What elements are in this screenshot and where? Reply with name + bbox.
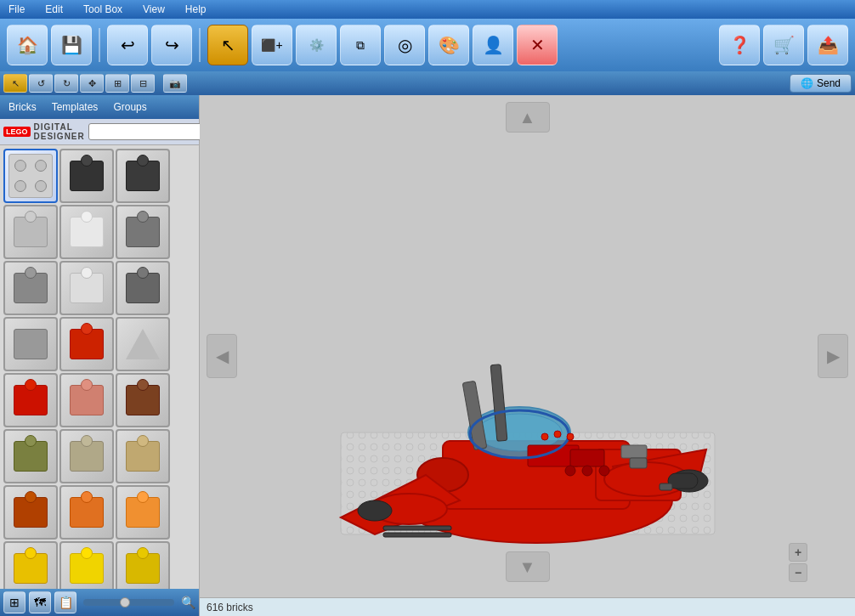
brick-item[interactable] — [3, 541, 58, 589]
search-input[interactable] — [88, 123, 214, 140]
bottom-bar: ⊞ 🗺 📋 🔍 — [0, 589, 199, 616]
brick-item[interactable] — [59, 205, 114, 259]
zoom-out-button[interactable]: − — [789, 563, 807, 582]
select-mode-button[interactable]: ↖ — [3, 74, 27, 93]
menu-bar: File Edit Tool Box View Help — [0, 0, 855, 19]
menu-view[interactable]: View — [138, 2, 170, 17]
toolbar-second: ↖ ↺ ↻ ✥ ⊞ ⊟ 📷 🌐 Send — [0, 71, 855, 95]
svg-point-22 — [582, 466, 592, 476]
brick-item[interactable] — [116, 261, 170, 315]
nav-left-button[interactable]: ◀ — [207, 334, 237, 378]
tab-templates[interactable]: Templates — [47, 99, 104, 115]
clone-button[interactable]: ⧉ — [340, 25, 381, 65]
svg-rect-17 — [383, 526, 451, 530]
brick-item[interactable] — [59, 317, 114, 371]
nav-right-button[interactable]: ▶ — [818, 334, 848, 378]
left-tabs: Bricks Templates Groups — [0, 95, 199, 119]
menu-edit[interactable]: Edit — [40, 2, 68, 17]
help-right-button[interactable]: ❓ — [719, 25, 760, 65]
bricks-tab-label: Bricks — [8, 101, 37, 113]
toolbar-separator-1 — [99, 28, 100, 62]
up-arrow-icon: ▲ — [519, 108, 536, 127]
buy-button[interactable]: 🛒 — [763, 25, 804, 65]
brick-item[interactable] — [3, 429, 58, 483]
svg-point-29 — [567, 433, 574, 440]
main-area: Bricks Templates Groups LEGO DIGITAL DES… — [0, 95, 855, 616]
share-button[interactable]: 📤 — [807, 25, 848, 65]
map-button[interactable]: 🗺 — [29, 591, 51, 613]
model-svg — [273, 144, 783, 568]
brick-item[interactable] — [59, 149, 114, 203]
zoom-slider-thumb[interactable] — [120, 597, 130, 608]
send-button[interactable]: 🌐 Send — [790, 74, 852, 93]
right-arrow-icon: ▶ — [827, 346, 840, 366]
brick-item[interactable] — [59, 429, 114, 483]
brick-item[interactable] — [116, 541, 170, 589]
brick-item[interactable] — [3, 205, 58, 259]
hide-button[interactable]: ◎ — [384, 25, 425, 65]
tab-groups[interactable]: Groups — [108, 99, 151, 115]
svg-rect-18 — [383, 533, 451, 537]
send-label: Send — [817, 77, 841, 89]
zoom-icon: 🔍 — [181, 596, 195, 609]
left-arrow-icon: ◀ — [216, 346, 229, 366]
paint-button[interactable]: 🎨 — [428, 25, 469, 65]
brick-item[interactable] — [3, 149, 58, 203]
status-bar: 616 bricks — [200, 597, 855, 616]
brick-item[interactable] — [3, 317, 58, 371]
list-button[interactable]: 📋 — [54, 591, 76, 613]
zoom-in-button[interactable]: + — [789, 543, 807, 562]
tab-bricks[interactable]: Bricks — [3, 99, 42, 115]
brick-item[interactable] — [116, 429, 170, 483]
brick-item[interactable] — [59, 261, 114, 315]
zoom-region-button[interactable]: ⊟ — [131, 74, 155, 93]
brick-item[interactable] — [116, 205, 170, 259]
minifig-button[interactable]: 👤 — [473, 25, 513, 65]
lego-logo: LEGO — [3, 127, 31, 137]
menu-toolbox[interactable]: Tool Box — [78, 2, 127, 17]
search-bar: LEGO DIGITAL DESIGNER ◀ — [0, 119, 199, 145]
save-button[interactable]: 💾 — [51, 25, 92, 65]
groups-tab-label: Groups — [113, 101, 146, 113]
rotate-left-button[interactable]: ↺ — [29, 74, 53, 93]
brick-item[interactable] — [116, 485, 170, 540]
zoom-slider[interactable] — [83, 599, 174, 606]
brick-item[interactable] — [3, 261, 58, 315]
pan-button[interactable]: ✥ — [80, 74, 104, 93]
delete-button[interactable]: ✕ — [517, 25, 558, 65]
svg-point-27 — [541, 433, 548, 440]
redo-button[interactable]: ↪ — [151, 25, 192, 65]
build-button[interactable]: ⬛+ — [252, 25, 292, 65]
nav-up-button[interactable]: ▲ — [506, 102, 550, 133]
hinge-button[interactable]: ⚙️ — [296, 25, 337, 65]
brick-item[interactable] — [3, 485, 58, 540]
svg-rect-20 — [570, 449, 604, 466]
nav-down-button[interactable]: ▼ — [506, 551, 550, 582]
brick-item[interactable] — [59, 373, 114, 427]
rotate-right-button[interactable]: ↻ — [54, 74, 78, 93]
undo-button[interactable]: ↩ — [107, 25, 148, 65]
camera-button[interactable]: 📷 — [163, 74, 187, 93]
brick-item[interactable] — [59, 485, 114, 540]
menu-help[interactable]: Help — [180, 2, 212, 17]
brick-item[interactable] — [116, 373, 170, 427]
brand-label: DIGITAL DESIGNER — [34, 122, 85, 141]
svg-point-13 — [358, 500, 392, 521]
svg-point-23 — [599, 466, 609, 476]
menu-file[interactable]: File — [3, 2, 30, 17]
svg-rect-25 — [630, 458, 647, 468]
brick-item[interactable] — [59, 541, 114, 589]
svg-point-21 — [565, 466, 575, 476]
zoom-controls: + − — [789, 543, 807, 582]
brick-item[interactable] — [116, 149, 170, 203]
select-button[interactable]: ↖ — [207, 25, 248, 65]
brick-grid — [0, 145, 199, 589]
view-mode-button[interactable]: ⊞ — [3, 591, 25, 613]
send-icon: 🌐 — [801, 77, 813, 89]
brick-item[interactable] — [3, 373, 58, 427]
brick-item[interactable] — [116, 317, 170, 371]
home-button[interactable]: 🏠 — [7, 25, 48, 65]
zoom-fit-button[interactable]: ⊞ — [105, 74, 129, 93]
toolbar-top: 🏠 💾 ↩ ↪ ↖ ⬛+ ⚙️ ⧉ ◎ 🎨 👤 ✕ ❓ 🛒 📤 — [0, 19, 855, 71]
templates-tab-label: Templates — [52, 101, 99, 113]
